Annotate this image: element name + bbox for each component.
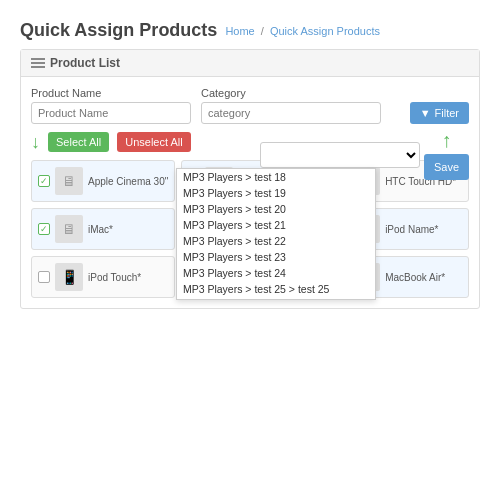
dropdown-list-item[interactable]: MP3 Players > test 18 [177, 169, 375, 185]
dropdown-list-overlay[interactable]: MP3 Players > test 18MP3 Players > test … [176, 168, 376, 300]
product-image: 🖥 [55, 215, 83, 243]
action-row: ↓ Select All Unselect All MP3 Players > … [31, 132, 469, 152]
select-all-button[interactable]: Select All [48, 132, 109, 152]
filter-row: Product Name Category ▼ Filter [31, 87, 469, 124]
product-name: iPod Touch* [88, 271, 168, 284]
breadcrumb-separator: / [261, 25, 264, 37]
dropdown-list[interactable]: MP3 Players > test 18MP3 Players > test … [177, 169, 375, 299]
dropdown-list-item[interactable]: MP3 Players > test 21 [177, 217, 375, 233]
dropdown-list-item[interactable]: MP3 Players > test 25 > test 25 [177, 281, 375, 297]
list-icon [31, 58, 45, 68]
product-card[interactable]: ✓🖥iMac* [31, 208, 175, 250]
category-input[interactable] [201, 102, 381, 124]
category-dropdown-container: MP3 Players > test 18MP3 Players > test … [260, 130, 469, 180]
product-name: Apple Cinema 30" [88, 175, 168, 188]
arrow-up-icon: ↑ [441, 130, 451, 150]
dropdown-list-item[interactable]: MP3 Players > test 20 [177, 201, 375, 217]
dropdown-list-item[interactable]: MP3 Players > test 19 [177, 185, 375, 201]
product-image: 🖥 [55, 167, 83, 195]
category-label: Category [201, 87, 381, 99]
dropdown-list-item[interactable]: Desktops [177, 297, 375, 299]
product-image: 📱 [55, 263, 83, 291]
product-card[interactable]: 📱iPod Touch* [31, 256, 175, 298]
arrow-down-icon: ↓ [31, 133, 40, 151]
product-name-label: Product Name [31, 87, 191, 99]
product-checkbox[interactable]: ✓ [38, 175, 50, 187]
dropdown-list-item[interactable]: MP3 Players > test 24 [177, 265, 375, 281]
save-button-label: Save [434, 161, 459, 173]
panel-heading-label: Product List [50, 56, 120, 70]
category-filter-group: Category [201, 87, 381, 124]
filter-button-label: Filter [435, 107, 459, 119]
panel-body: Product Name Category ▼ Filter ↓ Select … [21, 77, 479, 308]
category-dropdown[interactable] [260, 142, 420, 168]
product-checkbox[interactable]: ✓ [38, 223, 50, 235]
product-checkbox[interactable] [38, 271, 50, 283]
breadcrumb: Home / Quick Assign Products [225, 25, 380, 37]
dropdown-wrapper: MP3 Players > test 18MP3 Players > test … [260, 142, 420, 168]
dropdown-list-item[interactable]: MP3 Players > test 22 [177, 233, 375, 249]
save-button[interactable]: Save [424, 154, 469, 180]
product-card[interactable]: ✓🖥Apple Cinema 30" [31, 160, 175, 202]
unselect-all-button[interactable]: Unselect All [117, 132, 190, 152]
product-name: iPod Name* [385, 223, 462, 236]
page-title: Quick Assign Products [20, 20, 217, 41]
filter-button[interactable]: ▼ Filter [410, 102, 469, 124]
product-name: iMac* [88, 223, 168, 236]
filter-icon: ▼ [420, 107, 431, 119]
breadcrumb-current: Quick Assign Products [270, 25, 380, 37]
product-list-panel: Product List Product Name Category ▼ Fil… [20, 49, 480, 309]
product-name-input[interactable] [31, 102, 191, 124]
dropdown-list-item[interactable]: MP3 Players > test 23 [177, 249, 375, 265]
product-name-filter-group: Product Name [31, 87, 191, 124]
product-name: MacBook Air* [385, 271, 462, 284]
panel-heading: Product List [21, 50, 479, 77]
page-header: Quick Assign Products Home / Quick Assig… [20, 10, 480, 41]
breadcrumb-home[interactable]: Home [225, 25, 254, 37]
